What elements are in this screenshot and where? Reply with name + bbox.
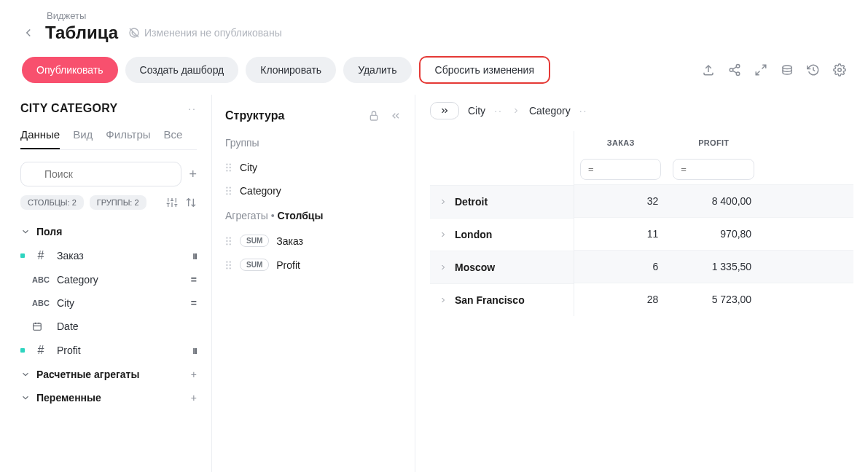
variables-toggle[interactable]: Переменные + <box>20 386 197 409</box>
fields-section-toggle[interactable]: Поля <box>20 220 197 243</box>
aggregate-item[interactable]: SUMЗаказ <box>225 229 402 253</box>
function-badge: SUM <box>240 235 269 247</box>
chevron-down-icon <box>20 227 31 237</box>
svg-point-43 <box>226 240 227 241</box>
cell-value: 8 400,00 <box>667 185 760 218</box>
variables-label: Переменные <box>36 392 101 404</box>
publish-button[interactable]: Опубликовать <box>22 57 118 83</box>
drag-handle-icon[interactable] <box>225 236 232 246</box>
breadcrumb-parent[interactable]: Виджеты <box>47 10 86 21</box>
dataset-menu[interactable]: ·· <box>188 103 197 114</box>
svg-point-32 <box>230 167 231 168</box>
field-row[interactable]: #Profitıı <box>20 338 197 363</box>
tab-all[interactable]: Все <box>164 128 183 149</box>
col-header-1[interactable]: ЗАКАЗ <box>574 131 668 154</box>
svg-point-2 <box>736 65 740 68</box>
drag-handle-icon[interactable] <box>225 186 232 196</box>
page-title: Таблица <box>45 23 118 43</box>
expand-all-button[interactable] <box>430 102 459 119</box>
create-dashboard-button[interactable]: Создать дашборд <box>125 57 239 83</box>
table-row[interactable]: Detroit328 400,00 <box>430 185 853 218</box>
expand-row-icon[interactable] <box>439 296 447 304</box>
field-row[interactable]: #Заказıı <box>20 243 197 268</box>
aggregate-item[interactable]: SUMProfit <box>225 253 402 277</box>
add-field-button[interactable]: + <box>189 167 197 182</box>
svg-point-48 <box>230 261 231 262</box>
table-row[interactable]: San Francisco285 723,00 <box>430 283 853 316</box>
calc-aggregates-label: Расчетные агрегаты <box>36 369 139 380</box>
svg-point-37 <box>226 190 227 192</box>
tab-data[interactable]: Данные <box>20 128 60 149</box>
crumb-category[interactable]: Category <box>529 105 571 117</box>
add-calc-aggregate[interactable]: + <box>191 369 197 380</box>
settings-icon[interactable] <box>833 63 846 76</box>
columns-chip[interactable]: СТОЛБЦЫ: 2 <box>20 195 84 210</box>
equals-icon[interactable]: = <box>191 274 197 286</box>
groups-chip[interactable]: ГРУППЫ: 2 <box>90 195 146 210</box>
svg-point-34 <box>230 170 231 171</box>
function-badge: SUM <box>240 259 269 271</box>
svg-line-5 <box>732 67 736 69</box>
svg-point-40 <box>230 193 231 194</box>
active-indicator <box>20 278 25 282</box>
collapse-panel-icon[interactable] <box>390 110 402 122</box>
tab-view[interactable]: Вид <box>73 128 93 149</box>
history-icon[interactable] <box>807 63 820 76</box>
table-row[interactable]: Moscow61 335,50 <box>430 251 853 283</box>
sort-icon[interactable] <box>185 197 197 208</box>
cell-value: 28 <box>574 283 668 316</box>
groups-label: Группы <box>225 137 402 149</box>
svg-point-30 <box>230 163 231 165</box>
cell-value: 970,80 <box>667 218 760 251</box>
clone-button[interactable]: Клонировать <box>246 57 336 83</box>
active-indicator <box>20 324 25 329</box>
cell-value: 11 <box>574 218 668 251</box>
calc-aggregates-toggle[interactable]: Расчетные агрегаты + <box>20 363 197 386</box>
cell-value: 6 <box>574 251 668 283</box>
table-row[interactable]: London11970,80 <box>430 218 853 251</box>
layers-icon[interactable] <box>781 63 794 76</box>
cell-value: 5 723,00 <box>667 283 760 316</box>
lock-icon[interactable] <box>368 110 380 122</box>
add-variable[interactable]: + <box>191 392 197 404</box>
filter-settings-icon[interactable] <box>166 197 178 208</box>
drag-handle-icon[interactable] <box>225 162 232 173</box>
expand-row-icon[interactable] <box>439 263 447 272</box>
field-name: Category <box>57 274 184 286</box>
filter-input-col1[interactable] <box>580 159 661 180</box>
svg-point-49 <box>226 264 227 265</box>
drag-handle-icon[interactable] <box>225 260 232 270</box>
svg-point-52 <box>230 267 231 269</box>
svg-point-46 <box>230 243 231 245</box>
row-name: Moscow <box>455 261 495 273</box>
share-icon[interactable] <box>728 63 741 76</box>
svg-point-50 <box>230 264 231 265</box>
aggregate-name: Заказ <box>276 235 303 247</box>
field-row[interactable]: ABCCity= <box>20 291 197 315</box>
equals-icon[interactable]: = <box>191 297 197 309</box>
active-indicator <box>20 253 25 258</box>
pause-icon[interactable]: ıı <box>192 250 197 261</box>
active-indicator <box>20 301 25 305</box>
search-input[interactable] <box>20 162 181 186</box>
unpublished-badge: Изменения не опубликованы <box>128 27 282 39</box>
expand-row-icon[interactable] <box>439 230 447 239</box>
crumb-city[interactable]: City <box>468 105 485 117</box>
export-icon[interactable] <box>702 63 715 76</box>
back-button[interactable] <box>22 26 35 39</box>
fullscreen-icon[interactable] <box>754 63 767 76</box>
svg-line-7 <box>762 65 766 68</box>
dataset-title: CITY CATEGORY <box>20 102 117 115</box>
tab-filters[interactable]: Фильтры <box>106 128 150 149</box>
group-item[interactable]: Category <box>225 179 402 202</box>
group-item[interactable]: City <box>225 156 402 179</box>
delete-button[interactable]: Удалить <box>343 57 411 83</box>
expand-row-icon[interactable] <box>439 197 447 206</box>
svg-point-33 <box>226 170 227 171</box>
col-header-2[interactable]: PROFIT <box>667 131 760 154</box>
pause-icon[interactable]: ıı <box>192 345 197 356</box>
reset-changes-button[interactable]: Сбросить изменения <box>419 56 550 84</box>
field-row[interactable]: Date <box>20 315 197 338</box>
field-row[interactable]: ABCCategory= <box>20 268 197 291</box>
filter-input-col2[interactable] <box>673 159 754 180</box>
